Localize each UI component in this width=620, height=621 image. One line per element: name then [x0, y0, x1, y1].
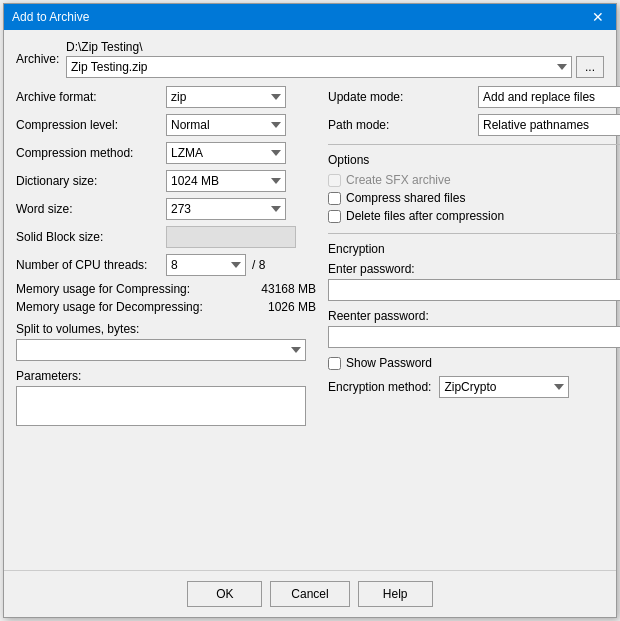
encryption-section: Encryption Enter password: Reenter passw…: [328, 242, 620, 398]
title-bar: Add to Archive ✕: [4, 4, 616, 30]
dialog-body: Archive: D:\Zip Testing\ Zip Testing.zip…: [4, 30, 616, 570]
archive-format-row: Archive format: zip 7z tar: [16, 86, 316, 108]
word-size-row: Word size: 273 8 12 16 24 32: [16, 198, 316, 220]
split-select[interactable]: [16, 339, 306, 361]
update-mode-select[interactable]: Add and replace files Update and add fil…: [478, 86, 620, 108]
compress-shared-label: Compress shared files: [346, 191, 465, 205]
cpu-threads-label: Number of CPU threads:: [16, 258, 166, 272]
cancel-button[interactable]: Cancel: [270, 581, 349, 607]
main-content: Archive format: zip 7z tar Compression l…: [16, 86, 604, 560]
update-mode-label: Update mode:: [328, 90, 478, 104]
word-size-label: Word size:: [16, 202, 166, 216]
create-sfx-checkbox[interactable]: [328, 174, 341, 187]
enter-password-input[interactable]: [328, 279, 620, 301]
encryption-method-label: Encryption method:: [328, 380, 431, 394]
encryption-method-select[interactable]: ZipCrypto AES-256: [439, 376, 569, 398]
show-password-checkbox[interactable]: [328, 357, 341, 370]
close-button[interactable]: ✕: [588, 10, 608, 24]
memory-decompress-label: Memory usage for Decompressing:: [16, 300, 246, 314]
enter-password-label: Enter password:: [328, 262, 620, 276]
ok-button[interactable]: OK: [187, 581, 262, 607]
memory-compress-row: Memory usage for Compressing: 43168 MB: [16, 282, 316, 296]
archive-format-label: Archive format:: [16, 90, 166, 104]
dictionary-size-row: Dictionary size: 1024 MB 64 MB 128 MB 25…: [16, 170, 316, 192]
encryption-method-row: Encryption method: ZipCrypto AES-256: [328, 376, 620, 398]
compression-level-row: Compression level: Normal Store Fastest …: [16, 114, 316, 136]
delete-after-checkbox[interactable]: [328, 210, 341, 223]
dialog: Add to Archive ✕ Archive: D:\Zip Testing…: [3, 3, 617, 618]
memory-decompress-row: Memory usage for Decompressing: 1026 MB: [16, 300, 316, 314]
archive-row: Archive: D:\Zip Testing\ Zip Testing.zip…: [16, 40, 604, 78]
options-title: Options: [328, 153, 620, 167]
word-size-select[interactable]: 273 8 12 16 24 32: [166, 198, 286, 220]
solid-block-row: Solid Block size:: [16, 226, 316, 248]
solid-block-label: Solid Block size:: [16, 230, 166, 244]
archive-format-select[interactable]: zip 7z tar: [166, 86, 286, 108]
archive-path-select[interactable]: Zip Testing.zip: [66, 56, 572, 78]
cpu-threads-row: Number of CPU threads: 8 / 8: [16, 254, 316, 276]
archive-label: Archive:: [16, 52, 66, 66]
params-section: Parameters:: [16, 369, 316, 429]
compression-method-select[interactable]: LZMA LZMA2 PPMd BZip2 Deflate: [166, 142, 286, 164]
footer: OK Cancel Help: [4, 570, 616, 617]
compression-level-select[interactable]: Normal Store Fastest Fast Maximum Ultra: [166, 114, 286, 136]
reenter-password-input[interactable]: [328, 326, 620, 348]
archive-path-col: D:\Zip Testing\ Zip Testing.zip ...: [66, 40, 604, 78]
path-mode-row: Path mode: Relative pathnames Full pathn…: [328, 114, 620, 136]
delete-after-row: Delete files after compression: [328, 209, 620, 223]
delete-after-label: Delete files after compression: [346, 209, 504, 223]
compress-shared-checkbox[interactable]: [328, 192, 341, 205]
split-section: Split to volumes, bytes:: [16, 322, 316, 361]
archive-path-dir: D:\Zip Testing\: [66, 40, 604, 54]
dialog-title: Add to Archive: [12, 10, 89, 24]
right-panel: Update mode: Add and replace files Updat…: [328, 86, 620, 560]
compression-level-label: Compression level:: [16, 118, 166, 132]
archive-path-row: Zip Testing.zip ...: [66, 56, 604, 78]
cpu-threads-max: / 8: [252, 258, 265, 272]
compression-method-row: Compression method: LZMA LZMA2 PPMd BZip…: [16, 142, 316, 164]
encryption-title: Encryption: [328, 242, 620, 256]
show-password-label: Show Password: [346, 356, 432, 370]
dictionary-size-select[interactable]: 1024 MB 64 MB 128 MB 256 MB 512 MB: [166, 170, 286, 192]
reenter-password-label: Reenter password:: [328, 309, 620, 323]
help-button[interactable]: Help: [358, 581, 433, 607]
params-input[interactable]: [16, 386, 306, 426]
split-label: Split to volumes, bytes:: [16, 322, 316, 336]
cpu-threads-select[interactable]: 8: [166, 254, 246, 276]
memory-compress-value: 43168 MB: [246, 282, 316, 296]
create-sfx-label: Create SFX archive: [346, 173, 451, 187]
dictionary-size-label: Dictionary size:: [16, 174, 166, 188]
memory-compress-label: Memory usage for Compressing:: [16, 282, 246, 296]
create-sfx-row: Create SFX archive: [328, 173, 620, 187]
solid-block-input: [166, 226, 296, 248]
left-panel: Archive format: zip 7z tar Compression l…: [16, 86, 316, 560]
memory-decompress-value: 1026 MB: [246, 300, 316, 314]
path-mode-label: Path mode:: [328, 118, 478, 132]
show-password-row: Show Password: [328, 356, 620, 370]
params-label: Parameters:: [16, 369, 316, 383]
options-section: Options Create SFX archive Compress shar…: [328, 153, 620, 223]
compression-method-label: Compression method:: [16, 146, 166, 160]
update-mode-row: Update mode: Add and replace files Updat…: [328, 86, 620, 108]
browse-button[interactable]: ...: [576, 56, 604, 78]
compress-shared-row: Compress shared files: [328, 191, 620, 205]
path-mode-select[interactable]: Relative pathnames Full pathnames Absolu…: [478, 114, 620, 136]
